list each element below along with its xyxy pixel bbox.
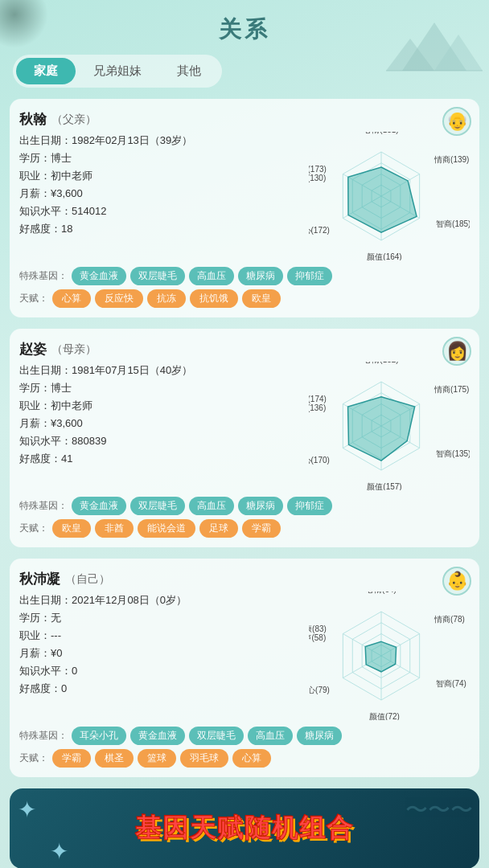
person-card-0: 👴秋翰（父亲）出生日期：1982年02月13日（39岁）学历：博士职业：初中老师…: [10, 99, 479, 317]
talent-tag-row: 天赋：学霸棋圣篮球羽毛球心算: [19, 749, 470, 768]
talent-tag: 学霸: [242, 519, 281, 538]
talent-tag-row: 天赋：心算反应快抗冻抗饥饿欧皇: [19, 289, 470, 308]
person-role: （自己）: [65, 572, 110, 587]
svg-marker-32: [348, 397, 415, 461]
talent-tag: 欧皇: [242, 289, 281, 308]
svg-text:颜值(164): 颜值(164): [367, 252, 401, 260]
talent-tag: 抗冻: [147, 289, 186, 308]
talent-tag: 足球: [199, 519, 238, 538]
sparkle-icon-2: ✦: [50, 838, 68, 865]
info-line: 月薪：¥0: [19, 645, 302, 662]
info-line: 知识水平：514012: [19, 203, 302, 220]
tab-other[interactable]: 其他: [159, 58, 219, 84]
info-line: 出生日期：1982年02月13日（39岁）: [19, 132, 302, 149]
svg-text:心情(131): 心情(131): [363, 132, 398, 134]
person-card-2: 👶秋沛凝（自己）出生日期：2021年12月08日（0岁）学历：无职业：---月薪…: [10, 559, 479, 777]
svg-text:名声(58): 名声(58): [309, 633, 326, 642]
info-line: 好感度：0: [19, 680, 302, 698]
avatar: 👴: [442, 107, 471, 136]
gene-tag: 抑郁症: [287, 267, 332, 285]
svg-text:名声(136): 名声(136): [309, 403, 326, 412]
gene-tag-row: 特殊基因：黄金血液双层睫毛高血压糖尿病抑郁症: [19, 497, 470, 515]
talent-tag: 篮球: [138, 749, 176, 768]
info-line: 职业：初中老师: [19, 167, 302, 185]
info-line: 月薪：¥3,600: [19, 415, 302, 432]
person-name: 秋沛凝: [19, 570, 60, 588]
gene-tag-row: 特殊基因：黄金血液双层睫毛高血压糖尿病抑郁症: [19, 267, 470, 285]
gene-tag: 高血压: [189, 497, 234, 515]
svg-text:颜值(72): 颜值(72): [369, 712, 400, 720]
person-role: （父亲）: [51, 113, 97, 127]
tab-siblings[interactable]: 兄弟姐妹: [76, 58, 159, 84]
person-name: 赵姿: [19, 340, 47, 358]
info-line: 职业：初中老师: [19, 397, 302, 415]
talent-tag: 学霸: [52, 749, 91, 768]
info-line: 职业：---: [19, 627, 302, 645]
info-line: 出生日期：1981年07月15日（40岁）: [19, 362, 302, 379]
svg-text:智商(74): 智商(74): [436, 679, 466, 688]
gene-tag: 高血压: [189, 267, 234, 285]
info-line: 月薪：¥3,600: [19, 185, 302, 203]
person-role: （母亲）: [51, 342, 97, 357]
person-info: 出生日期：1981年07月15日（40岁）学历：博士职业：初中老师月薪：¥3,6…: [19, 362, 302, 490]
info-line: 学历：无: [19, 609, 302, 627]
gene-tag: 黄金血液: [130, 727, 185, 745]
wave-decoration: 〜〜〜: [405, 795, 473, 825]
gene-tag-row: 特殊基因：耳朵小孔黄金血液双层睫毛高血压糖尿病: [19, 727, 470, 745]
gene-label: 特殊基因：: [19, 269, 68, 283]
info-line: 知识水平：0: [19, 662, 302, 680]
info-line: 出生日期：2021年12月08日（0岁）: [19, 592, 302, 609]
svg-text:智商(185): 智商(185): [436, 219, 470, 228]
gene-tag: 糖尿病: [238, 497, 283, 515]
talent-tag: 心算: [232, 749, 271, 768]
info-line: 学历：博士: [19, 379, 302, 397]
svg-text:情商(175): 情商(175): [434, 385, 469, 394]
gene-label: 特殊基因：: [19, 729, 68, 743]
info-line: 好感度：18: [19, 220, 302, 238]
gene-label: 特殊基因：: [19, 499, 68, 513]
radar-chart: 心情(132)情商(175)智商(135)颜值(157)良心(170)健康(17…: [309, 362, 470, 490]
gene-tag: 糖尿病: [238, 267, 283, 285]
gene-tag: 黄金血液: [72, 497, 126, 515]
gene-tag: 抑郁症: [287, 497, 332, 515]
person-card-1: 👩赵姿（母亲）出生日期：1981年07月15日（40岁）学历：博士职业：初中老师…: [10, 329, 479, 547]
gene-tag: 高血压: [248, 727, 293, 745]
radar-chart: 心情(131)情商(139)智商(185)颜值(164)良心(172)健康(17…: [309, 132, 470, 260]
svg-text:心情(64): 心情(64): [365, 592, 397, 594]
banner-text: 基因天赋随机组合: [135, 811, 354, 846]
svg-text:智商(135): 智商(135): [436, 449, 470, 458]
svg-text:良心(170): 良心(170): [309, 456, 330, 465]
svg-text:心情(132): 心情(132): [363, 362, 398, 364]
tab-bar: 家庭 兄弟姐妹 其他: [13, 55, 222, 88]
svg-marker-14: [348, 167, 417, 232]
talent-tag-row: 天赋：欧皇非酋能说会道足球学霸: [19, 519, 470, 538]
cards-container: 👴秋翰（父亲）出生日期：1982年02月13日（39岁）学历：博士职业：初中老师…: [0, 99, 489, 777]
avatar: 👶: [442, 567, 471, 596]
svg-marker-50: [365, 641, 396, 671]
info-line: 好感度：41: [19, 450, 302, 468]
mountain-decoration: [386, 6, 483, 79]
talent-tag: 抗饥饿: [190, 289, 238, 308]
radar-chart: 心情(64)情商(78)智商(74)颜值(72)良心(79)健康(83)名声(5…: [309, 592, 470, 720]
talent-tag: 棋圣: [95, 749, 134, 768]
talent-tag: 心算: [52, 289, 91, 308]
talent-tag: 反应快: [95, 289, 143, 308]
talent-tag: 欧皇: [52, 519, 91, 538]
talent-tag: 非酋: [95, 519, 134, 538]
ink-decoration-tl: [0, 0, 48, 48]
talent-tag: 羽毛球: [180, 749, 228, 768]
talent-tag: 能说会道: [138, 519, 195, 538]
svg-text:良心(79): 良心(79): [309, 686, 330, 694]
person-name: 秋翰: [19, 110, 47, 129]
person-info: 出生日期：2021年12月08日（0岁）学历：无职业：---月薪：¥0知识水平：…: [19, 592, 302, 720]
gene-tag: 黄金血液: [72, 267, 126, 285]
avatar: 👩: [442, 337, 471, 366]
svg-text:情商(139): 情商(139): [434, 155, 469, 164]
sparkle-icon-1: ✦: [18, 796, 36, 823]
talent-label: 天赋：: [19, 522, 48, 535]
bottom-banner: ✦ ✦ 基因天赋随机组合 〜〜〜: [10, 788, 479, 868]
talent-label: 天赋：: [19, 751, 48, 765]
svg-text:颜值(157): 颜值(157): [367, 482, 401, 490]
tab-family[interactable]: 家庭: [16, 58, 76, 84]
person-info: 出生日期：1982年02月13日（39岁）学历：博士职业：初中老师月薪：¥3,6…: [19, 132, 302, 260]
